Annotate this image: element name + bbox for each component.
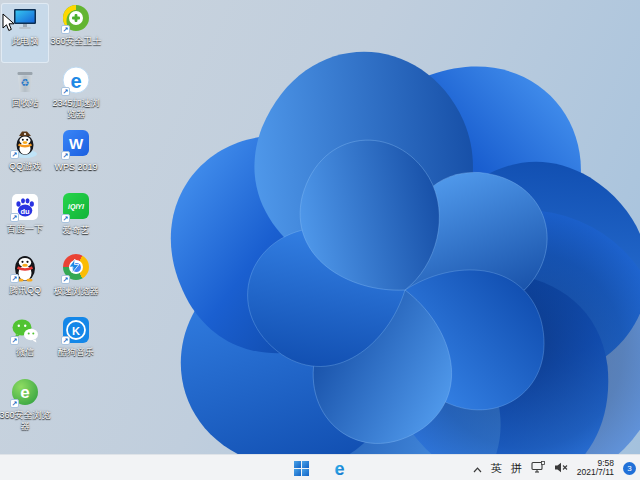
desktop-icon-this-pc[interactable]: 此电脑: [1, 3, 49, 63]
desktop-icon-baidu[interactable]: du ↗ 百度一下: [1, 191, 49, 251]
recycle-bin-icon: ♻: [10, 66, 40, 96]
desktop-icon-label: 酷狗音乐: [49, 347, 103, 358]
system-tray: 英 拼 9:58 2021/7/11 3: [473, 455, 638, 480]
desktop-icon-speed-browser[interactable]: ↗ 极速浏览器: [52, 252, 100, 312]
shortcut-arrow-icon: ↗: [10, 399, 19, 408]
start-button[interactable]: [289, 457, 313, 479]
chevron-up-icon: [473, 467, 482, 473]
desktop-icon-kugou[interactable]: K ↗ 酷狗音乐: [52, 314, 100, 374]
taskbar: e 英 拼 9:58 2: [0, 454, 640, 480]
desktop-icon-label: 极速浏览器: [49, 286, 103, 297]
tencent-qq-icon: ↗: [10, 253, 40, 283]
windows-logo-icon: [294, 461, 309, 476]
qq-games-icon: ↗: [10, 129, 40, 159]
wechat-icon: ↗: [10, 315, 40, 345]
desktop-icon-label: 腾讯QQ: [0, 285, 52, 296]
desktop-icon-label: 百度一下: [0, 224, 52, 235]
shortcut-arrow-icon: ↗: [61, 275, 70, 284]
desktop-icon-360-browser[interactable]: e ↗ 360安全浏览器: [1, 377, 49, 437]
edge-button[interactable]: e: [327, 457, 351, 479]
shortcut-arrow-icon: ↗: [10, 150, 19, 159]
svg-text:e: e: [334, 459, 344, 478]
shortcut-arrow-icon: ↗: [61, 25, 70, 34]
desktop-icon-2345-browser[interactable]: e ↗ 2345加速浏览器: [52, 65, 100, 125]
desktop-icon-label: 回收站: [0, 98, 52, 109]
notification-badge[interactable]: 3: [623, 462, 636, 475]
360-safe-icon: ↗: [61, 4, 91, 34]
desktop-icon-tencent-qq[interactable]: ↗ 腾讯QQ: [1, 252, 49, 312]
shortcut-arrow-icon: ↗: [61, 87, 70, 96]
desktop-icon-recycle-bin[interactable]: ♻ 回收站: [1, 65, 49, 125]
desktop-icon-label: 微信: [0, 347, 52, 358]
lightning-icon: [69, 259, 79, 273]
desktop-icon-qq-games[interactable]: ↗ QQ游戏: [1, 128, 49, 188]
shortcut-arrow-icon: ↗: [61, 336, 70, 345]
shortcut-arrow-icon: ↗: [10, 213, 19, 222]
ime-pinyin-indicator[interactable]: 拼: [511, 461, 522, 476]
svg-text:K: K: [72, 325, 80, 337]
volume-tray-button[interactable]: [554, 459, 568, 477]
tray-chevron-up[interactable]: [473, 459, 482, 477]
iqiyi-icon: iQIYI ↗: [61, 193, 91, 223]
clock[interactable]: 9:58 2021/7/11: [577, 459, 614, 477]
desktop-icon-360-safe[interactable]: ↗ 360安全卫士: [52, 3, 100, 63]
desktop-icon-label: 2345加速浏览器: [49, 98, 103, 120]
shortcut-arrow-icon: ↗: [10, 336, 19, 345]
shortcut-arrow-icon: ↗: [61, 214, 70, 223]
mouse-cursor: [2, 13, 15, 32]
svg-text:e: e: [70, 70, 81, 92]
shortcut-arrow-icon: ↗: [61, 151, 70, 160]
speed-browser-icon: ↗: [61, 254, 91, 284]
edge-icon: e: [330, 459, 349, 478]
desktop-icon-label: 360安全浏览器: [0, 410, 52, 432]
desktop-icon-label: 爱奇艺: [49, 225, 103, 236]
desktop-icon-label: 360安全卫士: [49, 36, 103, 47]
desktop-icon-wechat[interactable]: ↗ 微信: [1, 314, 49, 374]
desktop-icon-iqiyi[interactable]: iQIYI ↗ 爱奇艺: [52, 191, 100, 251]
network-icon: [531, 461, 545, 473]
desktop-icon-wps-2019[interactable]: W ↗ WPS 2019: [52, 128, 100, 188]
2345-browser-icon: e ↗: [61, 66, 91, 96]
network-tray-button[interactable]: [531, 459, 545, 477]
ime-english-indicator[interactable]: 英: [491, 461, 502, 476]
svg-text:du: du: [21, 207, 31, 216]
desktop-icon-label: WPS 2019: [49, 162, 103, 173]
baidu-icon: du ↗: [10, 192, 40, 222]
wps-icon: W ↗: [61, 130, 91, 160]
svg-text:e: e: [20, 383, 29, 402]
svg-text:♻: ♻: [21, 77, 30, 88]
desktop-icon-label: 此电脑: [0, 36, 52, 47]
360-browser-icon: e ↗: [10, 378, 40, 408]
desktop-icon-label: QQ游戏: [0, 161, 52, 172]
speaker-muted-icon: [554, 462, 568, 473]
kugou-music-icon: K ↗: [61, 315, 91, 345]
shortcut-arrow-icon: ↗: [10, 274, 19, 283]
clock-date: 2021/7/11: [577, 468, 614, 477]
